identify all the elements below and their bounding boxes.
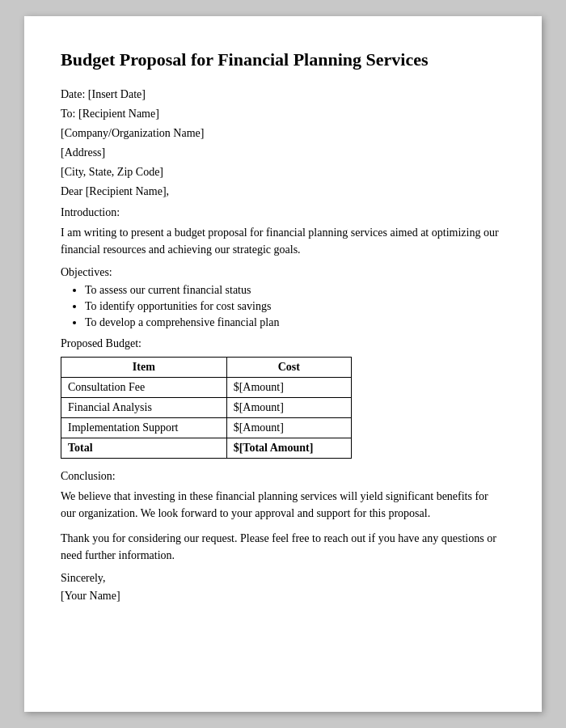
- table-cell: $[Amount]: [226, 417, 351, 438]
- document: Budget Proposal for Financial Planning S…: [24, 16, 542, 712]
- list-item: To assess our current financial status: [85, 284, 505, 297]
- conclusion-body1: We believe that investing in these finan…: [61, 488, 505, 522]
- table-cell: $[Amount]: [226, 377, 351, 397]
- table-row: Financial Analysis$[Amount]: [61, 397, 352, 417]
- to-line: To: [Recipient Name]: [61, 108, 505, 121]
- objectives-label: Objectives:: [61, 266, 505, 279]
- greeting: Dear [Recipient Name],: [61, 185, 505, 198]
- table-row: Consultation Fee$[Amount]: [61, 377, 352, 397]
- table-body: Consultation Fee$[Amount]Financial Analy…: [61, 377, 352, 458]
- city-line: [City, State, Zip Code]: [61, 166, 505, 179]
- table-cell: Total: [61, 438, 227, 458]
- table-cell: $[Amount]: [226, 397, 351, 417]
- name-line: [Your Name]: [61, 590, 505, 603]
- intro-label: Introduction:: [61, 206, 505, 219]
- address-line: [Address]: [61, 146, 505, 159]
- table-cell: $[Total Amount]: [226, 438, 351, 458]
- conclusion-body2: Thank you for considering our request. P…: [61, 530, 505, 564]
- intro-body: I am writing to present a budget proposa…: [61, 224, 505, 258]
- budget-table: Item Cost Consultation Fee$[Amount]Finan…: [61, 357, 352, 459]
- table-cell: Consultation Fee: [61, 377, 227, 397]
- table-row: Total$[Total Amount]: [61, 438, 352, 458]
- list-item: To develop a comprehensive financial pla…: [85, 316, 505, 329]
- budget-label: Proposed Budget:: [61, 337, 505, 350]
- date-line: Date: [Insert Date]: [61, 88, 505, 101]
- objectives-list: To assess our current financial status T…: [85, 284, 505, 329]
- table-header-cost: Cost: [226, 357, 351, 377]
- table-header-item: Item: [61, 357, 227, 377]
- table-row: Implementation Support$[Amount]: [61, 417, 352, 438]
- sign-off: Sincerely,: [61, 572, 505, 585]
- list-item: To identify opportunities for cost savin…: [85, 300, 505, 313]
- conclusion-label: Conclusion:: [61, 470, 505, 483]
- document-title: Budget Proposal for Financial Planning S…: [61, 49, 505, 72]
- company-line: [Company/Organization Name]: [61, 127, 505, 140]
- table-cell: Financial Analysis: [61, 397, 227, 417]
- table-cell: Implementation Support: [61, 417, 227, 438]
